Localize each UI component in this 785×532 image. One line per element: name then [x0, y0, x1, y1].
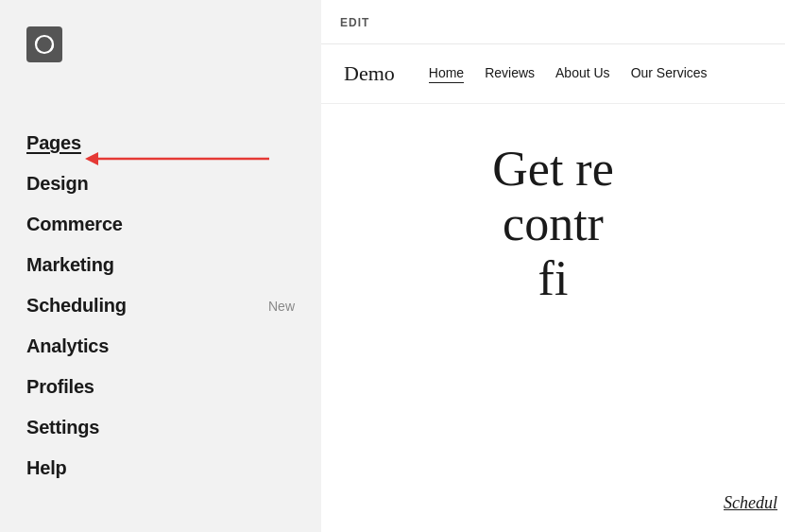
schedule-link[interactable]: Schedul: [724, 493, 785, 513]
site-nav-reviews[interactable]: Reviews: [485, 65, 535, 83]
site-nav-home[interactable]: Home: [429, 65, 464, 83]
sidebar-item-scheduling-badge: New: [268, 299, 295, 314]
sidebar-item-help[interactable]: Help: [26, 448, 295, 489]
edit-label: EDIT: [340, 16, 369, 29]
sidebar: Pages Design Commerce Marketing Scheduli…: [0, 0, 321, 532]
sidebar-item-profiles-label: Profiles: [26, 376, 94, 398]
sidebar-item-commerce[interactable]: Commerce: [26, 204, 295, 245]
main-content: EDIT Demo Home Reviews About Us Our Serv…: [321, 0, 785, 532]
squarespace-logo-icon: [26, 26, 62, 62]
sidebar-item-profiles[interactable]: Profiles: [26, 367, 295, 407]
sidebar-item-help-label: Help: [26, 457, 67, 479]
sidebar-item-settings[interactable]: Settings: [26, 407, 295, 448]
sidebar-item-scheduling[interactable]: Scheduling New: [26, 285, 295, 326]
sidebar-nav: Pages Design Commerce Marketing Scheduli…: [0, 123, 321, 489]
svg-rect-0: [26, 26, 62, 62]
sidebar-item-design[interactable]: Design: [26, 163, 295, 204]
sidebar-item-analytics[interactable]: Analytics: [26, 326, 295, 367]
edit-bar: EDIT: [321, 0, 785, 44]
site-nav-about[interactable]: About Us: [555, 65, 610, 83]
website-preview: Demo Home Reviews About Us Our Services …: [321, 44, 785, 532]
site-nav-links: Home Reviews About Us Our Services: [429, 65, 708, 83]
site-nav-services[interactable]: Our Services: [631, 65, 708, 83]
sidebar-item-commerce-label: Commerce: [26, 214, 123, 235]
sidebar-item-analytics-label: Analytics: [26, 335, 109, 357]
sidebar-item-settings-label: Settings: [26, 417, 99, 438]
site-title: Demo: [344, 61, 395, 86]
sidebar-item-pages-label: Pages: [26, 132, 81, 154]
sidebar-item-marketing-label: Marketing: [26, 254, 114, 276]
sidebar-item-design-label: Design: [26, 173, 88, 195]
logo-area: [0, 0, 321, 66]
hero-text: Get recontrfi: [321, 104, 785, 307]
sidebar-item-scheduling-label: Scheduling: [26, 295, 127, 317]
sidebar-item-marketing[interactable]: Marketing: [26, 245, 295, 285]
website-nav: Demo Home Reviews About Us Our Services: [321, 44, 785, 104]
sidebar-item-pages[interactable]: Pages: [26, 123, 295, 163]
